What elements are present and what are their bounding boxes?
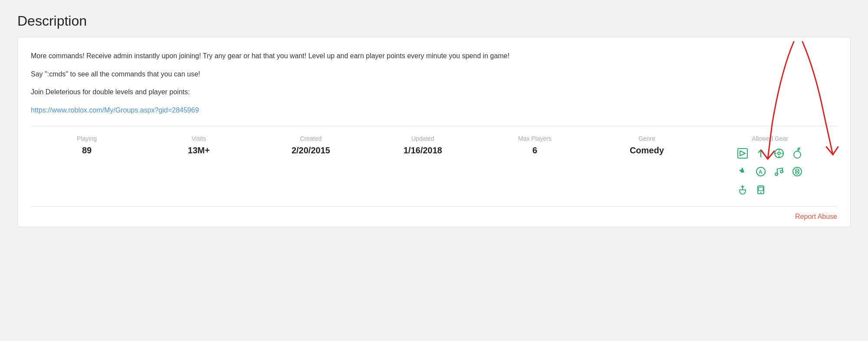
- stat-created-label: Created: [255, 135, 367, 142]
- melee-gear-icon: [735, 146, 750, 161]
- svg-point-21: [760, 192, 762, 193]
- stat-playing: Playing 89: [31, 135, 143, 156]
- stat-updated-value: 1/16/2018: [367, 146, 479, 156]
- navigation-gear-icon: [771, 146, 787, 161]
- stat-created-value: 2/20/2015: [255, 146, 367, 156]
- stat-visits-label: Visits: [143, 135, 255, 142]
- social-gear-icon: [735, 164, 750, 179]
- stat-visits-value: 13M+: [143, 146, 255, 156]
- description-box: More commands! Receive admin instantly u…: [17, 37, 851, 227]
- stat-updated: Updated 1/16/2018: [367, 135, 479, 156]
- stat-visits: Visits 13M+: [143, 135, 255, 156]
- report-abuse-button[interactable]: Report Abuse: [795, 213, 837, 221]
- svg-point-13: [775, 173, 778, 175]
- description-paragraph-1: More commands! Receive admin instantly u…: [31, 50, 837, 62]
- page-title: Description: [17, 13, 851, 29]
- explosive-gear-icon: [789, 146, 805, 161]
- svg-rect-20: [759, 187, 763, 191]
- stat-updated-label: Updated: [367, 135, 479, 142]
- report-row: Report Abuse: [31, 207, 837, 227]
- stat-playing-label: Playing: [31, 135, 143, 142]
- stat-genre: Genre Comedy: [591, 135, 703, 156]
- stat-max-players-label: Max Players: [479, 135, 591, 142]
- stat-genre-value: Comedy: [591, 146, 703, 156]
- stat-max-players-value: 6: [479, 146, 591, 156]
- stat-genre-label: Genre: [591, 135, 703, 142]
- description-paragraph-3: Join Deleterious for double levels and p…: [31, 86, 837, 98]
- stats-row: Playing 89 Visits 13M+ Created 2/20/2015…: [31, 126, 837, 207]
- description-paragraph-2: Say ":cmds" to see all the commands that…: [31, 69, 837, 80]
- svg-point-4: [778, 152, 780, 155]
- stat-max-players: Max Players 6: [479, 135, 591, 156]
- stat-allowed-gear-label: Allowed Gear: [703, 135, 837, 142]
- svg-point-14: [780, 170, 783, 173]
- page-container: Description More commands! Receive admin…: [17, 13, 851, 227]
- powerup-gear-icon: [753, 146, 769, 161]
- stat-playing-value: 89: [31, 146, 143, 156]
- description-link-paragraph: https://www.roblox.com/My/Groups.aspx?gi…: [31, 105, 837, 116]
- stat-created: Created 2/20/2015: [255, 135, 367, 156]
- transport-gear-icon: [789, 164, 805, 179]
- music-gear-icon: [771, 164, 787, 179]
- personal-transport-icon: [753, 182, 769, 198]
- ranged-gear-icon: A: [753, 164, 769, 179]
- stat-allowed-gear: Allowed Gear: [703, 135, 837, 198]
- group-link[interactable]: https://www.roblox.com/My/Groups.aspx?gi…: [31, 106, 199, 114]
- svg-text:A: A: [759, 169, 763, 175]
- gear-icons-grid: A: [703, 146, 837, 198]
- svg-point-9: [794, 151, 801, 158]
- building-gear-icon: [735, 182, 750, 198]
